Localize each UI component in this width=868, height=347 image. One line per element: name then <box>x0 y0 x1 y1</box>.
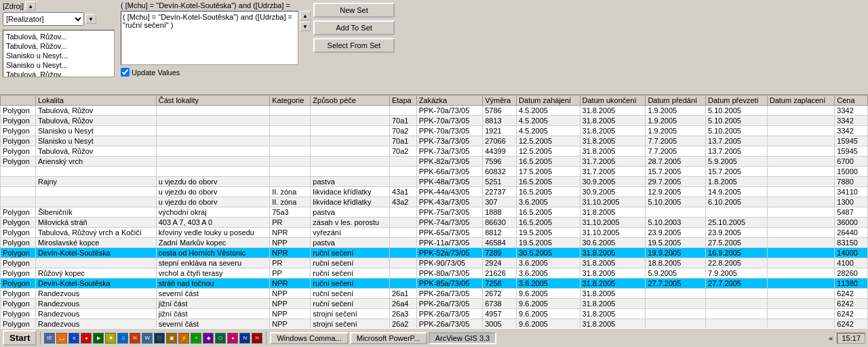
task-windows-command[interactable]: Windows Comma... <box>270 332 348 344</box>
col-lokalita: Lokalita <box>35 96 156 106</box>
top-panel: [Zdroj] ▲ [Realizator] ▼ Tabulová, Růžov… <box>0 0 868 95</box>
realizator-select[interactable]: [Realizator] <box>3 12 84 26</box>
table-row[interactable]: PolygonRůžový kopecvrchol a čtyři terasy… <box>1 268 868 279</box>
col-zakazka: Zakázka <box>416 96 483 106</box>
table-row[interactable]: u vjezdu do oborvII. zónalikvidace křídl… <box>1 197 868 207</box>
scroll-down-btn[interactable]: ▼ <box>85 14 96 24</box>
main-container: [Zdroj] ▲ [Realizator] ▼ Tabulová, Růžov… <box>0 0 868 347</box>
tray-icon-2[interactable]: 🦊 <box>56 333 67 344</box>
zdroj-label: [Zdroj] <box>3 2 24 10</box>
select-from-set-button[interactable]: Select From Set <box>313 38 395 53</box>
table-row[interactable]: PolygonArienský vrchPPK-82a/73/05759616.… <box>1 157 868 167</box>
update-values-label: Update Values <box>132 68 180 77</box>
col-cena: Cena <box>835 96 868 106</box>
col-prevzeti: Datum převzetí <box>706 96 768 106</box>
list-item: Slanisko u Nesyt... <box>5 60 113 70</box>
update-values-checkbox[interactable] <box>121 68 130 77</box>
task-powerpoint[interactable]: Microsoft PowerP... <box>350 332 427 344</box>
table-row[interactable]: Rajnyu vjezdu do oborvpastvaPPK-48a/73/0… <box>1 177 868 187</box>
table-row[interactable]: PolygonRandezvousseverní částNPPstrojní … <box>1 319 868 329</box>
tray-icon-9[interactable]: W <box>142 333 153 344</box>
clock-display: 15:17 <box>837 333 865 344</box>
col-predani: Datum předání <box>646 96 706 106</box>
taskbar-separator <box>40 331 41 345</box>
taskbar: Start IE 🦊 e ● ▶ ★ ♫ ✉ W ⬛ ▣ ⚡ + ◆ ⬡ ♠ N… <box>0 328 868 347</box>
list-item: Tabulová, Růžov... <box>5 70 113 77</box>
show-desktop-btn[interactable]: « <box>826 334 835 342</box>
add-to-set-button[interactable]: Add To Set <box>313 20 395 35</box>
tray-icon-8[interactable]: ✉ <box>130 333 140 344</box>
col-vymera: Výměra <box>483 96 517 106</box>
col-ukonceni: Datum ukončení <box>580 96 646 106</box>
expr-area: ( [Mchu] = "Devín-Kotel-Soutěska") and (… <box>121 11 311 65</box>
table-row[interactable]: Polygonstepní enkláva na severuPRruční s… <box>1 258 868 268</box>
new-set-button[interactable]: New Set <box>313 3 395 18</box>
table-scroll[interactable]: Lokalita Část lokality Kategorie Způsob … <box>0 95 868 328</box>
table-row[interactable]: PolygonRandezvousjižní částNPPstrojní se… <box>1 309 868 319</box>
realizator-row: [Realizator] ▼ <box>3 12 118 26</box>
expr-scroll-down[interactable]: ▼ <box>300 22 311 31</box>
expr-label-row: ( [Mchu] = "Devín-Kotel-Soutěska") and (… <box>121 1 311 9</box>
taskbar-icons: IE 🦊 e ● ▶ ★ ♫ ✉ W ⬛ ▣ ⚡ + ◆ ⬡ ♠ N H <box>44 333 262 344</box>
tray-icon-6[interactable]: ★ <box>105 333 116 344</box>
list-item: Tabulová, Růžov... <box>5 41 113 51</box>
right-column: New Set Add To Set Select From Set <box>313 1 395 93</box>
col-kategorie: Kategorie <box>270 96 311 106</box>
tray-icon-14[interactable]: ◆ <box>203 333 214 344</box>
list-item: Slanisko u Nesyt... <box>5 51 113 60</box>
col-cast: Část lokality <box>156 96 270 106</box>
expression-box[interactable]: ( [Mchu] = "Devín-Kotel-Soutěska") and (… <box>121 11 298 65</box>
table-row[interactable]: PolygonTabulová, Růžov70a2PPK-73a/73/054… <box>1 146 868 157</box>
tray-icon-5[interactable]: ▶ <box>93 333 104 344</box>
table-row[interactable]: PolygonŠibeničníkvýchodní okraj75a3pastv… <box>1 207 868 218</box>
tray-icon-12[interactable]: ⚡ <box>178 333 189 344</box>
tray-icon-11[interactable]: ▣ <box>166 333 177 344</box>
list-item: Tabulová, Růžov... <box>5 32 113 41</box>
table-row[interactable]: u vjezdu do oborvII. zónalikvidace křídl… <box>1 187 868 197</box>
table-row[interactable]: PolygonTabulová, Růžový vrch a Kočičíkřo… <box>1 228 868 238</box>
col-etapa: Etapa <box>389 96 416 106</box>
start-label: Start <box>9 333 30 343</box>
left-column: [Zdroj] ▲ [Realizator] ▼ Tabulová, Růžov… <box>3 1 118 93</box>
tray-icon-13[interactable]: + <box>191 333 201 344</box>
table-row[interactable]: PolygonDevín-Kotel-Soutěskacesta od Horn… <box>1 248 868 258</box>
table-row[interactable]: PolygonSlanisko u Nesyt70a1PPK-73a/73/05… <box>1 136 868 146</box>
table-row[interactable]: PolygonTabulová, Růžov70a1PPK-70a/73/058… <box>1 116 868 126</box>
mid-column: ( [Mchu] = "Devín-Kotel-Soutěska") and (… <box>121 1 311 93</box>
taskbar-separator-2 <box>266 331 267 345</box>
tray-icon-7[interactable]: ♫ <box>117 333 128 344</box>
table-header-row: Lokalita Část lokality Kategorie Způsob … <box>1 96 868 106</box>
data-table: Lokalita Část lokality Kategorie Způsob … <box>0 95 868 328</box>
table-row[interactable]: PolygonRandezvousseverní částNPPruční se… <box>1 289 868 299</box>
table-row[interactable]: PolygonMiroslavské kopceZadní Markův kop… <box>1 238 868 248</box>
scroll-up-btn[interactable]: ▲ <box>25 1 36 11</box>
list-box[interactable]: Tabulová, Růžov... Tabulová, Růžov... Sl… <box>3 30 115 77</box>
table-row[interactable]: PPK-66a/73/056083217.5.200531.7.200515.7… <box>1 167 868 177</box>
tray-icon-1[interactable]: IE <box>44 333 55 344</box>
col-zahajeni: Datum zahájení <box>517 96 580 106</box>
start-button[interactable]: Start <box>3 330 37 346</box>
col-type <box>1 96 36 106</box>
tray-icon-16[interactable]: ♠ <box>227 333 238 344</box>
tray-icon-15[interactable]: ⬡ <box>215 333 226 344</box>
expr-scroll-btns: ▲ ▼ <box>300 11 311 65</box>
table-row[interactable]: PolygonSlanisko u Nesyt70a2PPK-70a/73/05… <box>1 126 868 136</box>
col-zpusob: Způsob péče <box>311 96 390 106</box>
task-arcview[interactable]: ArcView GIS 3.3 <box>429 332 497 344</box>
expr-prefix: ( [Mchu] = "Devín-Kotel-Soutěska") and (… <box>121 1 290 9</box>
tray-icon-3[interactable]: e <box>68 333 79 344</box>
table-row[interactable]: PolygonDevín-Kotel-Soutěskastráň nad toč… <box>1 279 868 289</box>
col-zaplaceni: Datum zaplacení <box>767 96 835 106</box>
expr-scroll-up[interactable]: ▲ <box>300 11 311 20</box>
table-row[interactable]: PolygonRandezvousjižní částNPPruční seče… <box>1 299 868 309</box>
tray-icon-17[interactable]: N <box>239 333 250 344</box>
table-wrapper: Lokalita Část lokality Kategorie Způsob … <box>0 95 868 328</box>
table-row[interactable]: PolygonMilovická stráň403 A 7, 403 A 0PR… <box>1 218 868 228</box>
zdroj-row: [Zdroj] ▲ <box>3 1 118 11</box>
tray-icon-10[interactable]: ⬛ <box>154 333 165 344</box>
update-values-row: Update Values <box>121 68 311 77</box>
table-row[interactable]: PolygonTabulová, RůžovPPK-70a/73/0557864… <box>1 106 868 116</box>
tray-icon-18[interactable]: H <box>252 333 262 344</box>
tray-icon-4[interactable]: ● <box>81 333 92 344</box>
